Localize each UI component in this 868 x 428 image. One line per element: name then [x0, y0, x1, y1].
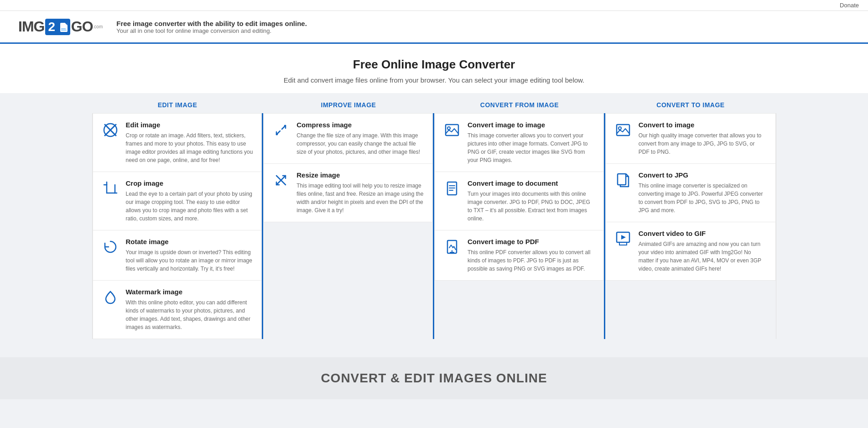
card-crop-image[interactable]: Crop image Lead the eye to a certain par… — [93, 172, 262, 230]
img2doc-icon — [443, 179, 461, 198]
to-jpg-icon — [614, 171, 632, 189]
convert-from-column: Convert image to image This image conver… — [434, 113, 605, 339]
card-watermark-image-title: Watermark image — [126, 288, 254, 296]
to-image-icon — [614, 121, 632, 139]
card-compress-image-content: Compress image Change the file size of a… — [296, 121, 424, 156]
card-resize-image[interactable]: Resize image This image editing tool wil… — [263, 164, 433, 222]
card-to-image[interactable]: Convert to image Our high quality image … — [605, 113, 776, 164]
logo-2-box: 2 — [45, 19, 70, 35]
img2img-icon — [443, 121, 461, 139]
card-to-gif-desc: Animated GIFs are amazing and now you ca… — [639, 240, 767, 273]
svg-rect-10 — [446, 125, 458, 136]
watermark-icon — [101, 288, 120, 306]
card-to-gif-content: Convert video to GIF Animated GIFs are a… — [639, 230, 767, 273]
card-compress-image-title: Compress image — [296, 121, 424, 129]
card-to-jpg-title: Convert to JPG — [639, 171, 767, 179]
card-to-image-title: Convert to image — [639, 121, 767, 129]
main-content: EDIT IMAGE IMPROVE IMAGE CONVERT FROM IM… — [0, 93, 868, 357]
card-img2img[interactable]: Convert image to image This image conver… — [434, 113, 604, 172]
to-gif-icon — [614, 230, 632, 248]
svg-rect-19 — [617, 125, 629, 136]
card-crop-image-desc: Lead the eye to a certain part of your p… — [126, 190, 254, 223]
col-header-improve: IMPROVE IMAGE — [263, 101, 434, 109]
card-img2img-desc: This image converter allows you to conve… — [468, 131, 595, 164]
card-crop-image-title: Crop image — [126, 179, 254, 187]
col-header-convert-to: CONVERT TO IMAGE — [605, 101, 776, 109]
svg-marker-29 — [621, 235, 626, 240]
col-header-convert-from: CONVERT FROM IMAGE — [434, 101, 605, 109]
header-tagline: Free image converter with the ability to… — [116, 20, 307, 34]
svg-point-11 — [447, 127, 450, 130]
card-to-gif-title: Convert video to GIF — [639, 230, 767, 237]
convert-to-column: Convert to image Our high quality image … — [605, 113, 776, 339]
card-resize-image-title: Resize image — [296, 171, 424, 179]
card-crop-image-content: Crop image Lead the eye to a certain par… — [126, 179, 254, 223]
card-compress-image-desc: Change the file size of any image. With … — [296, 131, 424, 156]
footer-title: CONVERT & EDIT IMAGES ONLINE — [9, 371, 859, 386]
top-bar: Donate — [0, 0, 868, 11]
hero-title: Free Online Image Converter — [9, 57, 859, 72]
card-watermark-image-content: Watermark image With this online photo e… — [126, 288, 254, 331]
improve-column: Compress image Change the file size of a… — [263, 113, 434, 339]
logo[interactable]: IMG 2 GO .com — [18, 18, 103, 35]
compress-icon — [272, 121, 290, 139]
card-watermark-image-desc: With this online photo editor, you can a… — [126, 298, 254, 331]
card-img2pdf-title: Convert image to PDF — [468, 238, 595, 245]
card-rotate-image-desc: Your image is upside down or inverted? T… — [126, 248, 254, 273]
card-to-jpg[interactable]: Convert to JPG This online image convert… — [605, 164, 776, 222]
card-to-image-desc: Our high quality image converter that al… — [639, 131, 767, 156]
card-edit-image-content: Edit image Crop or rotate an image. Add … — [126, 121, 254, 164]
card-to-jpg-content: Convert to JPG This online image convert… — [639, 171, 767, 214]
card-resize-image-desc: This image editing tool will help you to… — [296, 182, 424, 214]
card-edit-image-title: Edit image — [126, 121, 254, 129]
card-img2img-title: Convert image to image — [468, 121, 595, 129]
card-to-gif[interactable]: Convert video to GIF Animated GIFs are a… — [605, 222, 776, 281]
card-to-jpg-desc: This online image converter is specializ… — [639, 182, 767, 214]
tagline-bold: Free image converter with the ability to… — [116, 20, 307, 27]
hero-section: Free Online Image Converter Edit and con… — [0, 44, 868, 93]
footer-section: CONVERT & EDIT IMAGES ONLINE — [0, 357, 868, 399]
card-compress-image[interactable]: Compress image Change the file size of a… — [263, 113, 433, 164]
card-img2doc-title: Convert image to document — [468, 179, 595, 187]
card-edit-image-desc: Crop or rotate an image. Add filters, te… — [126, 131, 254, 164]
logo-img-text: IMG — [18, 18, 44, 35]
tagline-sub: Your all in one tool for online image co… — [116, 27, 307, 34]
card-to-image-content: Convert to image Our high quality image … — [639, 121, 767, 156]
edit-column: Edit image Crop or rotate an image. Add … — [93, 113, 264, 339]
card-edit-image[interactable]: Edit image Crop or rotate an image. Add … — [93, 113, 262, 172]
card-img2pdf-content: Convert image to PDF This online PDF con… — [468, 238, 595, 273]
donate-link[interactable]: Donate — [840, 2, 859, 9]
card-img2doc-content: Convert image to document Turn your imag… — [468, 179, 595, 223]
logo-go-text: GO — [71, 18, 93, 35]
edit-icon — [101, 121, 120, 139]
card-rotate-image[interactable]: Rotate image Your image is upside down o… — [93, 230, 262, 281]
card-img2pdf[interactable]: Convert image to PDF This online PDF con… — [434, 230, 604, 281]
hero-subtitle: Edit and convert image files online from… — [9, 76, 859, 84]
cards-grid: Edit image Crop or rotate an image. Add … — [92, 113, 776, 339]
card-watermark-image[interactable]: Watermark image With this online photo e… — [93, 281, 262, 339]
columns-header: EDIT IMAGE IMPROVE IMAGE CONVERT FROM IM… — [92, 93, 776, 113]
card-rotate-image-content: Rotate image Your image is upside down o… — [126, 238, 254, 273]
header: IMG 2 GO .com Free image converter with … — [0, 11, 868, 44]
svg-rect-21 — [618, 174, 626, 185]
svg-point-20 — [619, 127, 621, 130]
card-img2doc[interactable]: Convert image to document Turn your imag… — [434, 172, 604, 230]
card-img2img-content: Convert image to image This image conver… — [468, 121, 595, 164]
card-img2doc-desc: Turn your images into documents with thi… — [468, 190, 595, 223]
img2pdf-icon — [443, 238, 461, 256]
card-img2pdf-desc: This online PDF converter allows you to … — [468, 248, 595, 273]
col-header-edit: EDIT IMAGE — [92, 101, 263, 109]
rotate-icon — [101, 238, 120, 256]
logo-com: .com — [93, 24, 103, 29]
card-rotate-image-title: Rotate image — [126, 238, 254, 245]
card-resize-image-content: Resize image This image editing tool wil… — [296, 171, 424, 214]
crop-icon — [101, 179, 120, 198]
resize-icon — [272, 171, 290, 189]
